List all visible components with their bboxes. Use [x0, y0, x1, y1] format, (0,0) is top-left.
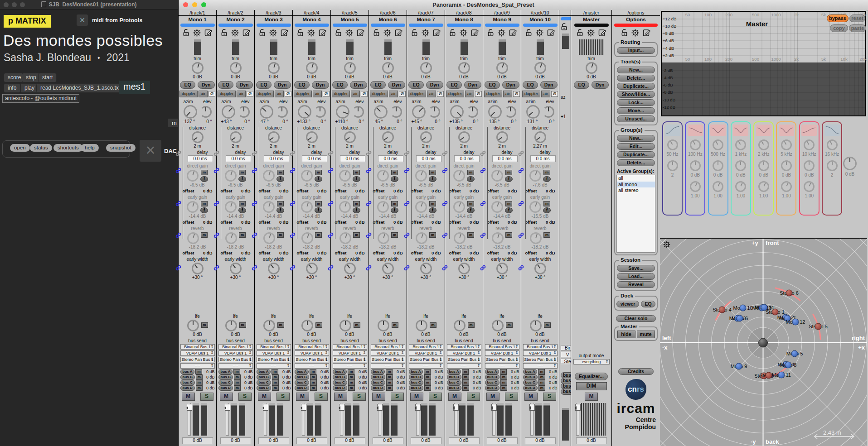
doppler-button[interactable]: doppler: [522, 91, 540, 97]
link-icon[interactable]: [442, 201, 448, 207]
bus-select-4[interactable]: ----: [447, 363, 481, 369]
band-freq-knob[interactable]: [667, 139, 678, 150]
bus-d-mute[interactable]: m: [310, 385, 317, 391]
bus-b-level[interactable]: 0 dB: [242, 375, 253, 379]
bus-d-level[interactable]: 0 dB: [508, 386, 519, 390]
reverb-offset-value[interactable]: 0 dB: [317, 250, 327, 255]
early-gain-knob[interactable]: [339, 201, 351, 213]
link-icon[interactable]: [252, 168, 257, 174]
link-icon[interactable]: [213, 265, 219, 272]
bus-select-2[interactable]: VBAP Bus 1: [333, 350, 367, 356]
early-offset-value[interactable]: 0 dB: [241, 220, 251, 225]
trim-knob[interactable]: [458, 62, 470, 74]
bus-c-level[interactable]: 0 dB: [242, 380, 253, 385]
edit-icon[interactable]: [242, 29, 251, 38]
early-gain-knob[interactable]: [415, 201, 427, 213]
bus-d-mute[interactable]: m: [386, 385, 393, 391]
link-icon[interactable]: [290, 232, 296, 239]
trim-knob[interactable]: [306, 62, 318, 74]
delay-field[interactable]: 0.0 ms: [340, 155, 365, 162]
bus-a-level[interactable]: 0 dB: [279, 369, 291, 374]
lock-icon[interactable]: [621, 29, 628, 38]
direct-mute-button[interactable]: m: [467, 170, 474, 175]
lfe-mute-button[interactable]: m: [468, 322, 475, 328]
bus-b-level[interactable]: 0 dB: [470, 375, 481, 379]
distance-knob[interactable]: [306, 131, 318, 143]
reverb-knob[interactable]: [378, 232, 389, 244]
gear-icon[interactable]: [345, 29, 354, 38]
direct-mute-button[interactable]: m: [505, 170, 512, 175]
reverb-knob[interactable]: [339, 232, 351, 244]
gear-icon[interactable]: [459, 29, 468, 38]
fader-value[interactable]: 0 dB: [335, 437, 365, 444]
dac-toggle[interactable]: ×: [140, 140, 161, 162]
bus-d-mute[interactable]: m: [272, 385, 279, 391]
bus-b-button[interactable]: bus B: [295, 374, 309, 380]
bus-d-button[interactable]: bus D: [218, 385, 233, 391]
link-icon[interactable]: [404, 232, 410, 239]
reverb-offset-value[interactable]: 0 dB: [508, 250, 517, 255]
early-fader-link-button[interactable]: f: [353, 207, 360, 213]
mute-button[interactable]: M: [448, 393, 461, 401]
lock-icon[interactable]: [577, 29, 583, 38]
doppler-button[interactable]: doppler: [332, 91, 350, 97]
link-icon[interactable]: [442, 265, 448, 272]
solo-button[interactable]: S: [429, 393, 442, 401]
link-icon[interactable]: [366, 265, 372, 272]
bus-c-mute[interactable]: m: [196, 380, 203, 385]
link-icon[interactable]: [480, 201, 486, 207]
band-gain-knob[interactable]: [690, 160, 701, 171]
elev-knob[interactable]: [276, 106, 288, 118]
dyn-button[interactable]: Dyn: [274, 81, 291, 89]
early-fader-link-button[interactable]: f: [276, 207, 284, 213]
bus-select-3[interactable]: Stereo Pan Bus 1: [485, 357, 519, 362]
edit-icon[interactable]: [471, 29, 479, 38]
reverb-knob[interactable]: [263, 232, 275, 244]
track-name[interactable]: Mono 4: [302, 17, 320, 22]
link-icon[interactable]: [252, 265, 257, 272]
bus-select-1[interactable]: Binaural Bus 1: [333, 344, 367, 350]
equalizer-button[interactable]: Equalizer...: [575, 373, 608, 380]
phase-invert-button[interactable]: Ø: [361, 91, 368, 97]
azim-knob[interactable]: [336, 105, 349, 119]
trim-knob[interactable]: [268, 62, 280, 74]
gear-icon[interactable]: [421, 29, 430, 38]
bus-select-2[interactable]: VBAP Bus 1: [218, 350, 253, 356]
distance-knob[interactable]: [268, 131, 280, 143]
session-action-button[interactable]: Reveal: [617, 281, 655, 288]
bus-select-2[interactable]: VBAP Bus 1: [409, 350, 443, 356]
fader-value[interactable]: 0 dB: [182, 437, 213, 444]
l fe-knob[interactable]: [454, 320, 466, 331]
edit-icon[interactable]: [204, 29, 213, 38]
direct-offset-value[interactable]: 0 dB: [279, 188, 289, 193]
bus-d-level[interactable]: 0 dB: [318, 386, 329, 390]
volume-fader[interactable]: [302, 403, 305, 436]
reverb-offset-value[interactable]: 0 dB: [355, 250, 365, 255]
eq-button[interactable]: EQ: [408, 81, 423, 89]
bus-d-level[interactable]: 0 dB: [546, 386, 558, 390]
bus-b-level[interactable]: 0 dB: [508, 375, 519, 379]
link-icon[interactable]: [366, 168, 372, 174]
bus-select-4[interactable]: ----: [409, 363, 443, 369]
early-mute-button[interactable]: m: [239, 201, 246, 206]
bus-d-level[interactable]: 0 dB: [394, 386, 405, 390]
direct-gain-knob[interactable]: [491, 170, 503, 182]
lock-icon[interactable]: [183, 29, 189, 38]
early-width-knob[interactable]: [268, 263, 280, 274]
eq-paste-button[interactable]: paste: [849, 24, 866, 32]
delay-field[interactable]: 0.0 ms: [226, 155, 251, 162]
bus-a-button[interactable]: bus A: [371, 369, 385, 374]
phase-invert-button[interactable]: Ø: [399, 91, 406, 97]
bus-c-mute[interactable]: m: [310, 380, 317, 385]
spatial-viewer[interactable]: +y front -y back left -x right +x 2.43 m…: [660, 238, 867, 446]
bus-a-mute[interactable]: m: [233, 369, 240, 374]
bus-a-level[interactable]: 0 dB: [432, 369, 443, 374]
doppler-button[interactable]: doppler: [408, 91, 426, 97]
mute-button[interactable]: M: [486, 393, 499, 401]
group-list-item[interactable]: all stereo: [617, 187, 655, 194]
track-action-button[interactable]: Show/Hide...: [617, 91, 655, 98]
azim-knob[interactable]: [374, 105, 388, 119]
reverb-mute-button[interactable]: m: [239, 232, 246, 238]
eq-band[interactable]: 10 kHz 0 dB 1.00: [799, 121, 820, 216]
volume-fader[interactable]: [378, 403, 381, 436]
